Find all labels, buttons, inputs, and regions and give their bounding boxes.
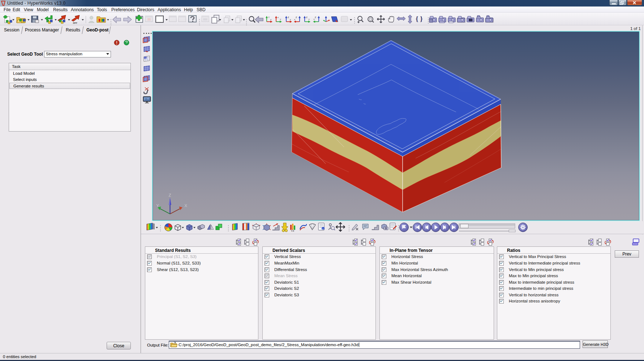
svg-text:Y: Y: [313, 18, 315, 21]
svg-text:Y: Y: [308, 18, 310, 21]
svg-text:PPT: PPT: [73, 22, 77, 24]
svg-text:Y: Y: [156, 203, 159, 208]
svg-text:Z: Z: [288, 16, 289, 18]
svg-text:x: x: [270, 18, 271, 21]
svg-text:{ }: { }: [416, 15, 423, 22]
svg-text:X: X: [184, 203, 187, 208]
svg-text:√x: √x: [291, 229, 294, 232]
svg-text:x: x: [278, 16, 279, 18]
svg-text:Y: Y: [268, 16, 270, 18]
svg-text:Y: Y: [280, 18, 281, 21]
svg-text:x: x: [294, 18, 295, 21]
svg-text:i: i: [323, 228, 323, 231]
svg-text:Z: Z: [315, 16, 316, 18]
svg-text:x: x: [290, 18, 291, 21]
svg-text:Z: Z: [306, 16, 308, 18]
svg-text:Z: Z: [168, 193, 171, 197]
svg-text:Z: Z: [296, 16, 297, 18]
